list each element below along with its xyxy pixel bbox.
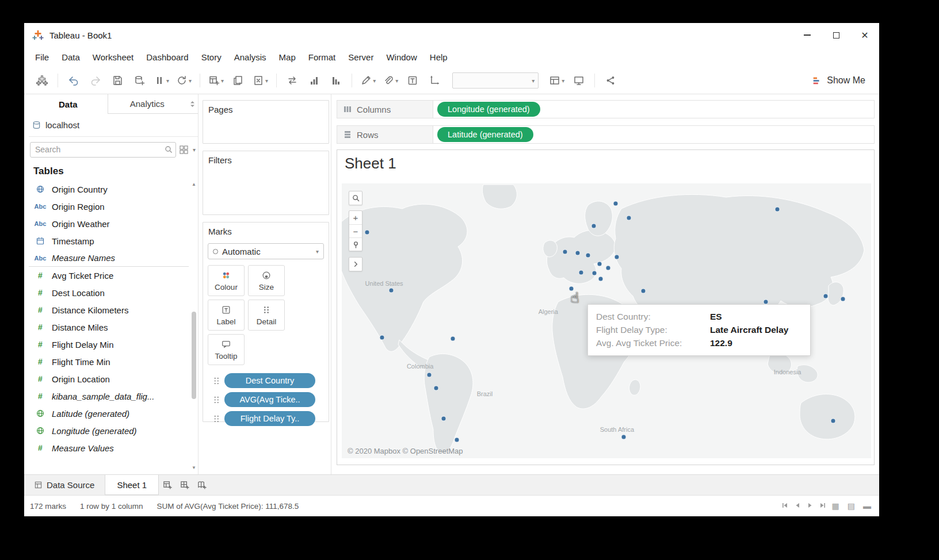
sort-ascending-button[interactable] — [304, 71, 324, 90]
scroll-up-icon[interactable]: ▲ — [190, 181, 198, 189]
field-item[interactable]: #Origin Location — [29, 370, 189, 388]
map-mark[interactable] — [641, 288, 646, 293]
rows-pill[interactable]: Latitude (generated) — [437, 127, 533, 142]
previous-sheet-button[interactable] — [794, 502, 801, 511]
sort-descending-button[interactable] — [326, 71, 346, 90]
filmstrip-button[interactable]: ▤ — [848, 501, 857, 511]
next-sheet-button[interactable] — [807, 502, 814, 511]
marks-pill[interactable]: Flight Delay Ty.. — [224, 411, 315, 426]
sheet-sorter-button[interactable]: ▦ — [832, 501, 842, 511]
first-sheet-button[interactable] — [781, 502, 788, 511]
map-mark[interactable] — [454, 437, 459, 442]
map-mark[interactable] — [451, 336, 456, 342]
map-mark[interactable] — [621, 435, 627, 440]
menu-item[interactable]: Map — [273, 47, 302, 67]
show-tabs-button[interactable]: ▬ — [863, 501, 873, 511]
tooltip-button[interactable]: Tooltip — [208, 334, 245, 365]
field-item[interactable]: #Measure Values — [29, 439, 189, 457]
filters-card[interactable]: Filters — [203, 151, 329, 215]
map-mark[interactable] — [613, 201, 618, 206]
undo-button[interactable] — [64, 71, 83, 90]
field-item[interactable]: #Distance Miles — [29, 319, 189, 336]
menu-item[interactable]: Window — [380, 47, 423, 67]
maximize-button[interactable] — [822, 23, 850, 47]
scroll-down-icon[interactable]: ▼ — [190, 464, 198, 472]
tab-data[interactable]: Data — [29, 94, 108, 114]
field-item[interactable]: Longitude (generated) — [29, 422, 189, 439]
map-mark[interactable] — [569, 286, 574, 291]
menu-item[interactable]: Server — [342, 47, 380, 67]
show-mark-labels-button[interactable] — [403, 71, 422, 90]
connection-row[interactable]: localhost — [29, 114, 198, 137]
save-button[interactable] — [108, 71, 127, 90]
duplicate-button[interactable] — [228, 71, 248, 90]
search-input[interactable] — [30, 142, 176, 158]
start-page-button[interactable] — [32, 71, 52, 90]
map-mark[interactable] — [614, 255, 620, 260]
field-list-scrollbar[interactable]: ▲ ▼ — [190, 181, 198, 472]
zoom-in-button[interactable]: + — [349, 211, 362, 224]
view-options-icon[interactable] — [180, 145, 188, 154]
presentation-mode-button[interactable] — [569, 71, 589, 90]
menu-item[interactable]: Help — [423, 47, 454, 67]
map-mark[interactable] — [585, 253, 590, 258]
field-item[interactable]: AbcOrigin Region — [29, 198, 189, 215]
menu-item[interactable]: Data — [55, 47, 86, 67]
map-mark[interactable] — [575, 250, 581, 255]
map-mark[interactable] — [388, 287, 394, 293]
new-worksheet-tab-button[interactable] — [159, 475, 176, 495]
field-item[interactable]: AbcOrigin Weather — [29, 215, 189, 232]
minimize-button[interactable] — [793, 23, 822, 47]
zoom-home-pin-button[interactable] — [349, 237, 362, 251]
field-item[interactable]: Latitude (generated) — [29, 405, 189, 422]
menu-item[interactable]: File — [29, 47, 55, 67]
marks-pill[interactable]: AVG(Avg Ticke.. — [224, 392, 315, 407]
map-mark[interactable] — [605, 266, 610, 271]
zoom-out-button[interactable]: − — [349, 224, 362, 237]
map-mark[interactable] — [763, 300, 768, 305]
show-me-button[interactable]: Show Me — [806, 75, 871, 86]
map-mark[interactable] — [591, 224, 596, 229]
show-hide-cards-button[interactable]: ▾ — [547, 71, 567, 90]
field-item[interactable]: #Dest Location — [29, 284, 189, 301]
swap-rows-columns-button[interactable] — [283, 71, 302, 90]
field-item[interactable]: Origin Country — [29, 181, 189, 198]
mark-type-dropdown[interactable]: Automatic ▾ — [208, 243, 324, 259]
rows-shelf-body[interactable]: Latitude (generated) — [433, 125, 875, 144]
fix-axes-button[interactable] — [425, 71, 444, 90]
new-story-tab-button[interactable] — [193, 475, 211, 495]
map-mark[interactable] — [841, 297, 846, 302]
last-sheet-button[interactable] — [819, 502, 826, 511]
menu-item[interactable]: Analysis — [228, 47, 273, 67]
map-mark[interactable] — [591, 270, 597, 275]
detail-button[interactable]: Detail — [248, 300, 285, 331]
map-search-control[interactable] — [349, 191, 362, 205]
field-item[interactable]: Timestamp — [29, 232, 189, 250]
field-item[interactable]: #kibana_sample_data_flig... — [29, 388, 189, 405]
redo-button[interactable] — [86, 71, 105, 90]
field-item[interactable]: #Distance Kilometers — [29, 301, 189, 319]
tab-data-source[interactable]: Data Source — [24, 475, 105, 495]
pages-card[interactable]: Pages — [203, 100, 329, 144]
colour-button[interactable]: Colour — [208, 265, 245, 296]
map-search-button[interactable] — [349, 191, 362, 205]
expand-controls-button[interactable] — [349, 258, 362, 271]
clear-sheet-button[interactable]: ▾ — [250, 71, 270, 90]
share-button[interactable] — [601, 71, 620, 90]
map-mark[interactable] — [426, 373, 432, 378]
fit-dropdown[interactable]: ▾ — [452, 72, 539, 89]
tab-sheet-1[interactable]: Sheet 1 — [105, 475, 159, 495]
panel-collapse-handle[interactable] — [186, 94, 198, 113]
map-mark[interactable] — [823, 293, 828, 298]
map-canvas[interactable]: + − — [342, 183, 871, 458]
marks-pill[interactable]: Dest Country — [224, 373, 315, 388]
map-mark[interactable] — [598, 276, 603, 281]
close-button[interactable]: ✕ — [850, 23, 879, 47]
run-auto-updates-button[interactable]: ▾ — [174, 71, 194, 90]
map-mark[interactable] — [365, 230, 370, 235]
columns-pill[interactable]: Longitude (generated) — [437, 102, 540, 117]
field-item[interactable]: #Flight Delay Min — [29, 336, 189, 353]
scroll-thumb[interactable] — [192, 312, 196, 399]
map-mark[interactable] — [379, 335, 384, 340]
map-mark[interactable] — [563, 250, 568, 255]
